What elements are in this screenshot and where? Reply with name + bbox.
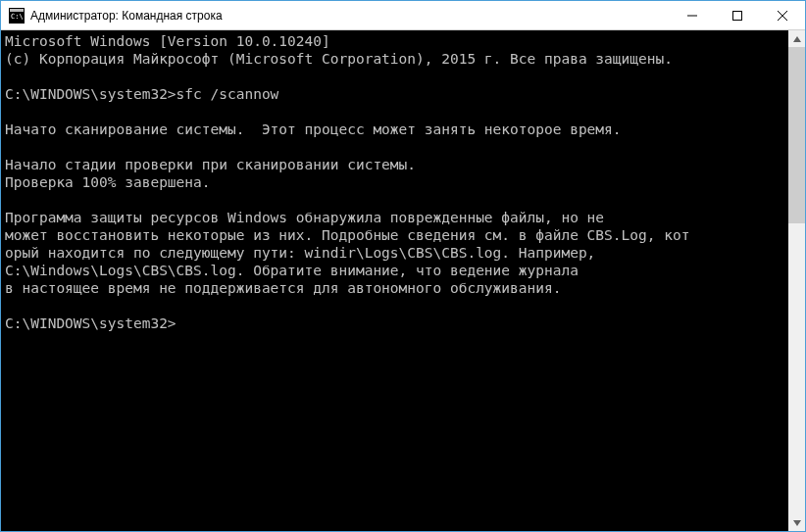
close-button[interactable] [760, 1, 805, 29]
vertical-scrollbar[interactable] [788, 30, 805, 531]
output-line: (c) Корпорация Майкрософт (Microsoft Cor… [5, 51, 673, 67]
window-controls [670, 1, 805, 29]
scroll-up-button[interactable] [788, 30, 805, 47]
console-area: Microsoft Windows [Version 10.0.10240] (… [1, 30, 805, 531]
command-prompt: C:\WINDOWS\system32> [5, 315, 176, 331]
close-icon [778, 11, 787, 21]
scroll-down-button[interactable] [788, 514, 805, 531]
maximize-icon [732, 11, 742, 21]
output-line: C:\Windows\Logs\CBS\CBS.log. Обратите вн… [5, 263, 579, 278]
output-line: в настоящее время не поддерживается для … [5, 280, 561, 296]
output-line: Программа защиты ресурсов Windows обнару… [5, 210, 604, 225]
scroll-track[interactable] [788, 47, 805, 514]
output-line: Начало стадии проверки при сканировании … [5, 157, 416, 172]
output-line: Проверка 100% завершена. [5, 174, 211, 190]
chevron-up-icon [793, 36, 801, 42]
command-prompt: C:\WINDOWS\system32>sfc /scannow [5, 86, 278, 102]
output-line: Начато сканирование системы. Этот процес… [5, 121, 622, 137]
svg-rect-1 [10, 9, 24, 12]
scroll-thumb[interactable] [788, 47, 805, 223]
output-line: орый находится по следующему пути: windi… [5, 245, 595, 261]
cmd-icon: C:\ [9, 8, 25, 24]
console-output[interactable]: Microsoft Windows [Version 10.0.10240] (… [1, 30, 788, 531]
window-title: Администратор: Командная строка [30, 9, 670, 23]
maximize-button[interactable] [715, 1, 760, 29]
svg-rect-4 [733, 11, 742, 20]
svg-text:C:\: C:\ [11, 13, 24, 21]
chevron-down-icon [793, 520, 801, 526]
minimize-button[interactable] [670, 1, 715, 29]
minimize-icon [687, 11, 697, 21]
titlebar: C:\ Администратор: Командная строка [1, 1, 805, 30]
output-line: Microsoft Windows [Version 10.0.10240] [5, 33, 330, 49]
output-line: может восстановить некоторые из них. Под… [5, 227, 689, 243]
